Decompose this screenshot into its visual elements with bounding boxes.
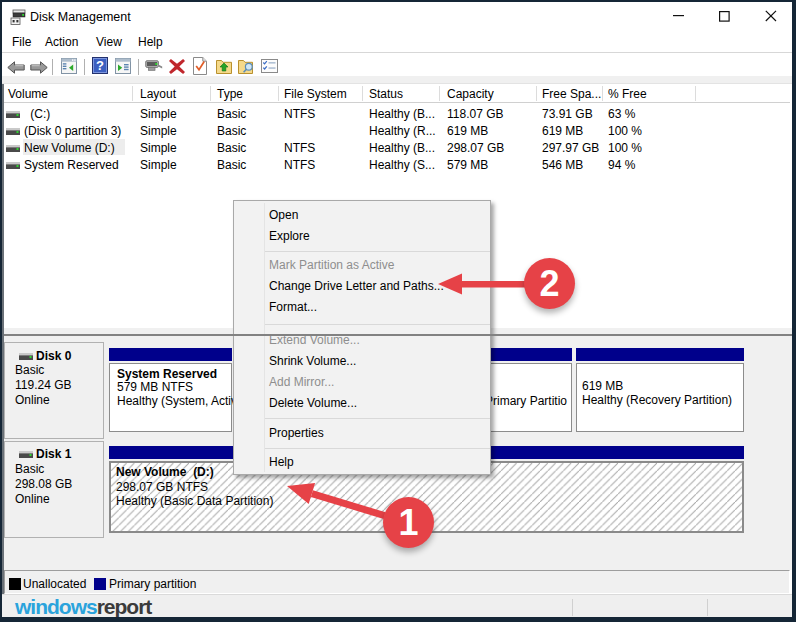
svg-text:?: ? bbox=[96, 58, 104, 73]
